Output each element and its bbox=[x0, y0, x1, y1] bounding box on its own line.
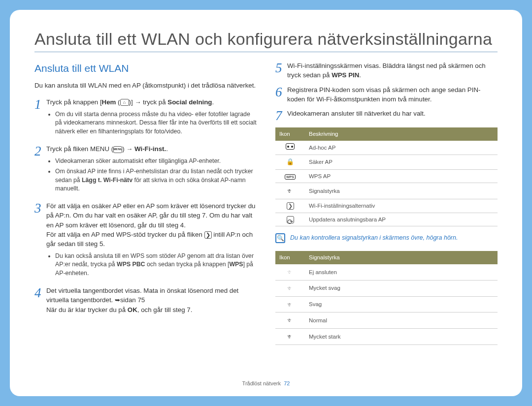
text: När du är klar trycker du på bbox=[46, 306, 128, 313]
table-row: ᯤMycket svag bbox=[275, 280, 498, 296]
table-row: ᯤSvag bbox=[275, 296, 498, 312]
col-beskrivning: Beskrivning bbox=[305, 127, 498, 141]
refresh-ap-icon: ⟳ bbox=[275, 213, 305, 226]
desc: Mycket svag bbox=[305, 280, 498, 296]
text: För att välja en AP med WPS-stöd trycker… bbox=[46, 231, 204, 238]
table-row: Ad-hoc AP bbox=[275, 141, 498, 155]
ok-label: OK bbox=[128, 306, 137, 313]
desc: Normal bbox=[305, 312, 498, 329]
desc: Uppdatera anslutningsbara AP bbox=[305, 213, 498, 226]
info-note: 🔍 Du kan kontrollera signalstyrkan i skä… bbox=[275, 233, 498, 243]
left-column: Ansluta till ett WLAN Du kan ansluta til… bbox=[34, 61, 257, 378]
step-number: 4 bbox=[34, 286, 46, 314]
chevron-right-icon: ❯ bbox=[204, 231, 212, 239]
wifi-none-icon: ᯤ bbox=[275, 264, 305, 280]
step-number: 1 bbox=[34, 97, 46, 139]
table-row: ᯤSignalstyrka bbox=[275, 183, 498, 199]
text: . bbox=[359, 71, 361, 79]
text: , och går till steg 7. bbox=[137, 306, 193, 313]
step-number: 7 bbox=[275, 109, 287, 123]
wifi-normal-icon: ᯤ bbox=[275, 312, 305, 329]
desc: Mycket stark bbox=[305, 329, 498, 345]
step-body: För att välja en osäker AP eller en AP s… bbox=[46, 201, 257, 281]
text: Tryck på knappen [ bbox=[46, 98, 102, 106]
step-number: 3 bbox=[34, 201, 46, 281]
social-delning-label: Social delning bbox=[167, 98, 212, 106]
step-3: 3 För att välja en osäker AP eller en AP… bbox=[34, 201, 257, 281]
col-ikon: Ikon bbox=[275, 251, 305, 264]
wps-ap-icon: WPS bbox=[275, 169, 305, 183]
col-signalstyrka: Signalstyrka bbox=[305, 251, 498, 264]
desc: Wi-Fi-inställningsalternativ bbox=[305, 199, 498, 213]
col-ikon: Ikon bbox=[275, 127, 305, 141]
menu-icon: MENU bbox=[113, 146, 122, 153]
page-ref: sidan 75 bbox=[120, 296, 145, 304]
text: tryck på bbox=[143, 98, 167, 106]
text: Tryck på fliken MENU ( bbox=[46, 145, 113, 153]
desc: WPS AP bbox=[305, 169, 498, 183]
hem-label: Hem bbox=[102, 98, 116, 106]
manual-page: Ansluta till ett WLAN och konfigurera nä… bbox=[10, 10, 522, 396]
magnifier-icon: 🔍 bbox=[275, 233, 285, 243]
table-row: ᯤNormal bbox=[275, 312, 498, 329]
step-2: 2 Tryck på fliken MENU (MENU) → Wi-Fi-in… bbox=[34, 144, 257, 196]
arrow-icon: → bbox=[126, 145, 133, 153]
secure-ap-icon bbox=[275, 155, 305, 169]
wifi-settings-icon: ❯ bbox=[275, 199, 305, 213]
step-number: 5 bbox=[275, 61, 287, 80]
right-column: 5 Wi-Fi-inställningsskärmen visas. Blädd… bbox=[275, 61, 498, 378]
note-text: Du kan kontrollera signalstyrkan i skärm… bbox=[290, 233, 458, 242]
table-header-row: Ikon Beskrivning bbox=[275, 127, 498, 141]
text: . bbox=[166, 145, 168, 153]
text: och sedan trycka på knappen [ bbox=[145, 261, 229, 268]
step-body: Tryck på knappen [Hem (⌂)] → tryck på So… bbox=[46, 97, 257, 139]
section-heading: Ansluta till ett WLAN bbox=[34, 61, 257, 76]
table-row: ᯤMycket stark bbox=[275, 329, 498, 345]
sub-bullets: Videokameran söker automatiskt efter til… bbox=[46, 157, 257, 193]
step-4: 4 Det virtuella tangentbordet visas. Mat… bbox=[34, 286, 257, 314]
page-footer: Trådlöst nätverk 72 bbox=[34, 380, 498, 386]
step-body: Wi-Fi-inställningsskärmen visas. Bläddra… bbox=[287, 61, 498, 80]
desc: Svag bbox=[305, 296, 498, 312]
table-row: ❯Wi-Fi-inställningsalternativ bbox=[275, 199, 498, 213]
desc: Signalstyrka bbox=[305, 183, 498, 199]
table-row: ᯤEj ansluten bbox=[275, 264, 498, 280]
table-row: ⟳Uppdatera anslutningsbara AP bbox=[275, 213, 498, 226]
arrow-icon: ➥ bbox=[115, 296, 120, 304]
text: Wi-Fi-inställningsskärmen visas. Bläddra… bbox=[287, 62, 486, 79]
step-body: Det virtuella tangentbordet visas. Mata … bbox=[46, 286, 257, 314]
desc: Säker AP bbox=[305, 155, 498, 169]
sub-bullets: Du kan också ansluta till en WPS som stö… bbox=[46, 252, 257, 278]
text: För att välja en osäker AP eller en AP s… bbox=[46, 202, 255, 229]
arrow-icon: → bbox=[134, 98, 141, 106]
wps-pin-label: WPS PIN bbox=[332, 71, 359, 79]
bullet: Du kan också ansluta till en WPS som stö… bbox=[55, 252, 257, 278]
step-1: 1 Tryck på knappen [Hem (⌂)] → tryck på … bbox=[34, 97, 257, 139]
step-6: 6 Registrera PIN-koden som visas på skär… bbox=[275, 85, 498, 104]
table-header-row: Ikon Signalstyrka bbox=[275, 251, 498, 264]
signal-strength-icon: ᯤ bbox=[275, 183, 305, 199]
bullet: Om önskad AP inte finns i AP-enhetslista… bbox=[55, 167, 257, 193]
wps-label: WPS bbox=[229, 261, 243, 268]
footer-section: Trådlöst nätverk bbox=[242, 380, 281, 386]
step-body: Registrera PIN-koden som visas på skärme… bbox=[287, 85, 498, 104]
step-7: 7 Videokameran ansluter till nätverket d… bbox=[275, 109, 498, 123]
page-title: Ansluta till ett WLAN och konfigurera nä… bbox=[34, 30, 498, 52]
text: . bbox=[212, 98, 214, 106]
wifi-weak-icon: ᯤ bbox=[275, 296, 305, 312]
step-body: Tryck på fliken MENU (MENU) → Wi-Fi-inst… bbox=[46, 144, 257, 196]
sub-bullets: Om du vill starta denna process måste du… bbox=[46, 110, 257, 136]
content-columns: Ansluta till ett WLAN Du kan ansluta til… bbox=[34, 61, 498, 378]
desc: Ej ansluten bbox=[305, 264, 498, 280]
lagg-till-label: Lägg t. Wi-Fi-nätv bbox=[82, 177, 133, 184]
signal-strength-table: Ikon Signalstyrka ᯤEj ansluten ᯤMycket s… bbox=[275, 251, 498, 344]
bullet: Videokameran söker automatiskt efter til… bbox=[55, 157, 257, 166]
step-number: 6 bbox=[275, 85, 287, 104]
table-row: WPSWPS AP bbox=[275, 169, 498, 183]
table-row: Säker AP bbox=[275, 155, 498, 169]
bullet: Om du vill starta denna process måste du… bbox=[55, 110, 257, 136]
intro-text: Du kan ansluta till WLAN med en AP (åtko… bbox=[34, 81, 257, 90]
wifi-strong-icon: ᯤ bbox=[275, 329, 305, 345]
wifi-very-weak-icon: ᯤ bbox=[275, 280, 305, 296]
home-icon: ⌂ bbox=[120, 99, 129, 106]
